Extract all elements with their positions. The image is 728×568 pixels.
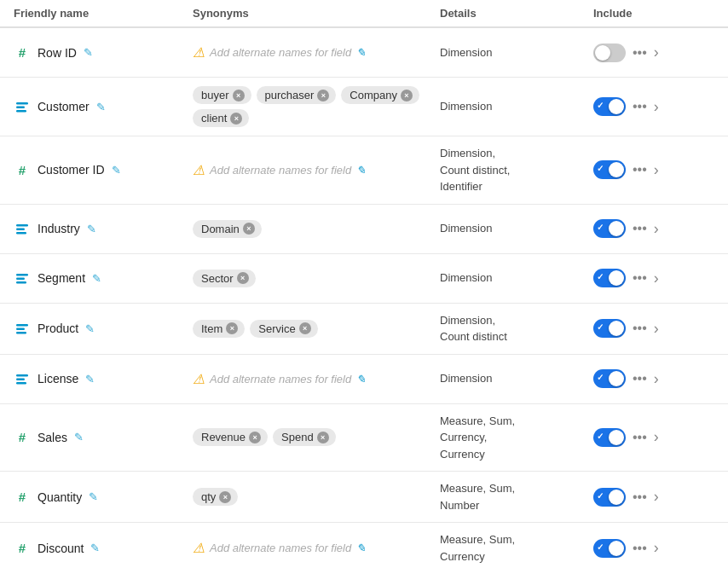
expand-row-button[interactable]: › [654,43,659,61]
add-synonym-button[interactable]: ✎ [356,373,366,385]
details-cell: Measure, Sum,Number [440,480,593,513]
svg-rect-9 [16,324,28,327]
remove-synonym-button[interactable]: × [243,223,255,235]
warning-icon: ⚠ [193,371,205,387]
expand-row-button[interactable]: › [654,539,659,557]
edit-field-name-button[interactable]: ✎ [89,490,98,503]
toggle-check-icon: ✓ [597,272,604,281]
field-name-cell: Customer✎ [14,98,193,115]
remove-synonym-button[interactable]: × [249,432,261,443]
table-body: #Row ID✎⚠Add alternate names for field✎D… [0,28,728,568]
remove-synonym-button[interactable]: × [237,272,249,284]
details-cell: Dimension,Count distinct [440,312,593,345]
table-row: Industry✎Domain×Dimension✓•••› [0,205,728,254]
edit-field-name-button[interactable]: ✎ [85,322,95,335]
synonym-label: Domain [201,223,240,235]
field-name-label: Row ID [38,46,77,60]
synonyms-cell: Item×Service× [193,320,440,338]
add-synonym-placeholder: ⚠Add alternate names for field✎ [193,371,366,387]
field-name-label: License [38,372,78,385]
include-toggle[interactable]: ✓ [593,319,626,338]
more-options-button[interactable]: ••• [633,221,647,236]
edit-field-name-button[interactable]: ✎ [112,164,121,177]
synonym-label: Sector [201,272,234,285]
hash-icon: # [14,489,31,506]
more-options-button[interactable]: ••• [633,321,647,336]
include-toggle[interactable]: ✓ [593,539,626,558]
field-name-cell: Industry✎ [14,220,193,237]
more-options-button[interactable]: ••• [633,371,647,386]
include-toggle[interactable]: ✓ [593,97,626,116]
placeholder-text: Add alternate names for field [210,46,351,59]
svg-rect-5 [16,232,26,235]
toggle-knob [609,221,624,236]
remove-synonym-button[interactable]: × [299,322,311,334]
edit-field-name-button[interactable]: ✎ [90,542,100,554]
text-field-icon [14,320,31,337]
include-toggle[interactable]: ✓ [593,369,626,388]
add-synonym-placeholder: ⚠Add alternate names for field✎ [193,540,366,556]
details-cell: Dimension [440,98,593,115]
more-options-button[interactable]: ••• [633,430,647,445]
add-synonym-button[interactable]: ✎ [356,46,366,59]
hash-icon: # [14,540,31,557]
table-row: Segment✎Sector×Dimension✓•••› [0,254,728,304]
edit-field-name-button[interactable]: ✎ [92,272,101,285]
svg-rect-8 [16,281,26,284]
add-synonym-button[interactable]: ✎ [356,542,366,554]
edit-field-name-button[interactable]: ✎ [84,46,93,59]
remove-synonym-button[interactable]: × [317,432,329,443]
expand-row-button[interactable]: › [654,220,659,238]
toggle-knob [609,162,624,177]
remove-synonym-button[interactable]: × [219,491,231,503]
include-cell: ✓•••› [593,319,696,338]
more-options-button[interactable]: ••• [633,45,647,61]
toggle-knob [609,99,624,114]
details-cell: Dimension [440,370,593,387]
remove-synonym-button[interactable]: × [401,90,413,101]
svg-rect-7 [16,278,25,281]
include-toggle[interactable]: ✓ [593,488,626,507]
include-toggle[interactable] [593,43,626,62]
more-options-button[interactable]: ••• [633,541,647,556]
include-toggle[interactable]: ✓ [593,160,626,179]
expand-row-button[interactable]: › [654,161,659,179]
table-row: #Quantity✎qty×Measure, Sum,Number✓•••› [0,472,728,523]
remove-synonym-button[interactable]: × [233,90,245,101]
expand-row-button[interactable]: › [654,320,659,338]
field-name-cell: #Row ID✎ [14,44,193,61]
more-options-button[interactable]: ••• [633,490,647,505]
expand-row-button[interactable]: › [654,98,659,116]
include-cell: •••› [593,43,696,62]
field-name-cell: Segment✎ [14,270,193,287]
synonyms-cell: buyer×purchaser×Company×client× [193,86,440,127]
edit-field-name-button[interactable]: ✎ [87,223,96,235]
synonym-tag: purchaser× [257,86,337,104]
include-toggle[interactable]: ✓ [593,428,626,447]
more-options-button[interactable]: ••• [633,99,647,114]
hash-icon: # [14,429,31,446]
toggle-check-icon: ✓ [597,542,604,552]
more-options-button[interactable]: ••• [633,162,647,177]
include-toggle[interactable]: ✓ [593,269,626,287]
more-options-button[interactable]: ••• [633,270,647,286]
details-cell: Dimension [440,220,593,237]
field-name-cell: #Discount✎ [14,540,193,557]
expand-row-button[interactable]: › [654,370,659,388]
edit-field-name-button[interactable]: ✎ [85,373,95,385]
include-cell: ✓•••› [593,369,696,388]
expand-row-button[interactable]: › [654,428,659,446]
expand-row-button[interactable]: › [654,488,659,506]
remove-synonym-button[interactable]: × [230,113,242,125]
edit-field-name-button[interactable]: ✎ [74,431,84,443]
add-synonym-button[interactable]: ✎ [356,164,366,177]
hash-icon: # [14,44,31,61]
edit-field-name-button[interactable]: ✎ [96,101,106,113]
toggle-check-icon: ✓ [597,432,604,441]
expand-row-button[interactable]: › [654,270,659,287]
include-toggle[interactable]: ✓ [593,219,626,238]
details-cell: Dimension,Count distinct,Identifier [440,145,593,195]
remove-synonym-button[interactable]: × [317,90,329,101]
remove-synonym-button[interactable]: × [226,322,238,334]
toggle-check-icon: ✓ [597,164,604,173]
